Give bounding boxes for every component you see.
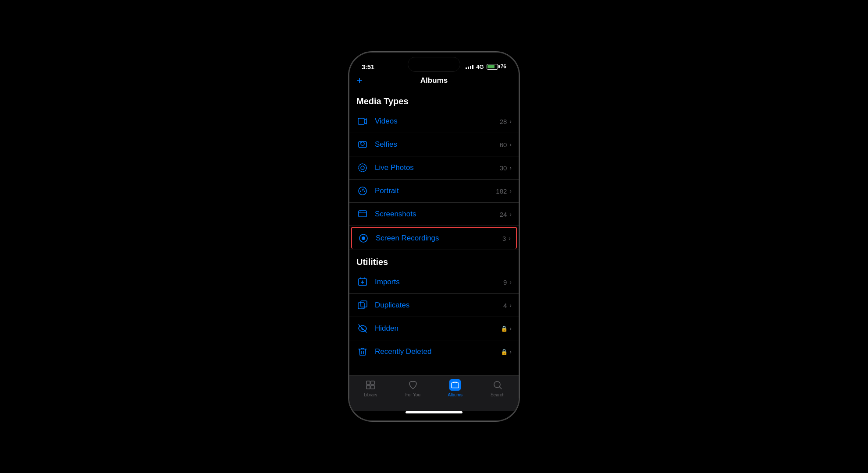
home-indicator xyxy=(406,411,462,413)
svg-rect-14 xyxy=(361,301,367,307)
tab-for-you[interactable]: For You xyxy=(400,379,426,397)
trash-icon xyxy=(356,346,369,358)
media-types-header: Media Types xyxy=(349,89,519,110)
signal-bar-1 xyxy=(466,67,467,69)
svg-point-10 xyxy=(362,236,365,240)
svg-rect-19 xyxy=(452,383,459,388)
videos-count: 28 xyxy=(500,118,507,125)
portrait-count: 182 xyxy=(496,187,507,195)
list-item-imports[interactable]: Imports 9 › xyxy=(349,271,519,294)
selfie-icon xyxy=(356,138,369,151)
svg-rect-15 xyxy=(366,381,370,385)
tab-library[interactable]: Library xyxy=(357,379,384,397)
videos-chevron: › xyxy=(509,118,512,125)
hidden-icon xyxy=(356,322,369,335)
albums-tab-label: Albums xyxy=(448,392,462,397)
svg-rect-17 xyxy=(366,385,370,389)
signal-bar-2 xyxy=(468,67,469,69)
screen-recordings-wrapper: Screen Recordings 3 › xyxy=(349,227,519,250)
battery-percent: 76 xyxy=(501,64,506,70)
recently-deleted-lock: 🔒 xyxy=(501,349,508,355)
screenshots-label: Screenshots xyxy=(375,210,500,219)
signal-bar-4 xyxy=(472,65,473,69)
battery-icon xyxy=(487,64,498,70)
svg-point-1 xyxy=(361,142,364,145)
recently-deleted-chevron: › xyxy=(509,348,512,355)
imports-count: 9 xyxy=(503,279,507,286)
status-bar: 3:51 4G 76 xyxy=(349,53,519,74)
library-tab-icon xyxy=(365,379,376,391)
screen-rec-icon xyxy=(357,232,370,244)
for-you-tab-label: For You xyxy=(406,392,420,397)
list-item-duplicates[interactable]: Duplicates 4 › xyxy=(349,294,519,317)
dynamic-island xyxy=(408,57,460,72)
recently-deleted-label: Recently Deleted xyxy=(375,347,501,356)
list-item-videos[interactable]: Videos 28 › xyxy=(349,110,519,133)
phone-device: 3:51 4G 76 + Albums M xyxy=(349,52,519,421)
nav-header: + Albums xyxy=(349,74,519,89)
svg-point-8 xyxy=(360,212,361,212)
search-tab-label: Search xyxy=(491,392,505,397)
list-item-selfies[interactable]: Selfies 60 › xyxy=(349,133,519,156)
add-button[interactable]: + xyxy=(356,75,363,86)
list-item-screenshots[interactable]: Screenshots 24 › xyxy=(349,203,519,226)
live-photos-chevron: › xyxy=(509,164,512,171)
video-icon xyxy=(356,115,369,127)
list-item-screen-recordings[interactable]: Screen Recordings 3 › xyxy=(351,227,517,249)
selfies-count: 60 xyxy=(500,141,507,148)
library-tab-label: Library xyxy=(364,392,377,397)
selfies-label: Selfies xyxy=(375,140,500,149)
screenshot-icon xyxy=(356,208,369,220)
svg-rect-0 xyxy=(358,118,364,124)
svg-point-5 xyxy=(359,164,366,172)
screenshots-count: 24 xyxy=(500,211,507,218)
page-title: Albums xyxy=(420,76,448,85)
network-type: 4G xyxy=(476,64,484,70)
svg-rect-2 xyxy=(359,141,366,148)
imports-chevron: › xyxy=(509,279,512,286)
battery-fill xyxy=(487,65,494,68)
albums-tab-icon xyxy=(449,379,461,391)
svg-line-21 xyxy=(499,387,501,389)
signal-bar-3 xyxy=(470,66,471,69)
duplicates-label: Duplicates xyxy=(375,301,503,310)
content-area: Media Types Videos 28 › Selfies 60 › xyxy=(349,89,519,375)
hidden-lock: 🔒 xyxy=(501,325,508,332)
status-right: 4G 76 xyxy=(466,64,506,70)
portrait-label: Portrait xyxy=(375,187,496,195)
list-item-hidden[interactable]: Hidden 🔒 › xyxy=(349,317,519,340)
screen-recordings-count: 3 xyxy=(502,235,506,242)
duplicate-icon xyxy=(356,299,369,311)
portrait-chevron: › xyxy=(509,187,512,194)
tab-albums[interactable]: Albums xyxy=(442,379,468,397)
signal-bars xyxy=(466,64,473,69)
portrait-icon xyxy=(356,185,369,197)
list-item-portrait[interactable]: Portrait 182 › xyxy=(349,180,519,203)
svg-rect-16 xyxy=(371,381,374,385)
videos-label: Videos xyxy=(375,117,500,126)
duplicates-chevron: › xyxy=(509,302,512,309)
live-photos-icon xyxy=(356,162,369,174)
for-you-tab-icon xyxy=(407,379,419,391)
hidden-chevron: › xyxy=(509,325,512,332)
svg-point-3 xyxy=(360,142,361,143)
svg-rect-18 xyxy=(371,385,374,389)
duplicates-count: 4 xyxy=(503,302,507,309)
svg-rect-7 xyxy=(359,211,366,217)
hidden-label: Hidden xyxy=(375,324,501,333)
screen-recordings-label: Screen Recordings xyxy=(376,234,502,243)
selfies-chevron: › xyxy=(509,141,512,148)
imports-label: Imports xyxy=(375,278,503,286)
arrow-annotation xyxy=(510,201,519,253)
tab-bar: Library For You Albums Search xyxy=(349,375,519,411)
import-icon xyxy=(356,276,369,288)
svg-point-20 xyxy=(494,381,500,388)
live-photos-count: 30 xyxy=(500,164,507,172)
list-item-live-photos[interactable]: Live Photos 30 › xyxy=(349,156,519,180)
tab-search[interactable]: Search xyxy=(484,379,511,397)
status-time: 3:51 xyxy=(362,63,374,71)
list-item-recently-deleted[interactable]: Recently Deleted 🔒 › xyxy=(349,340,519,363)
svg-rect-13 xyxy=(358,303,364,309)
phone-screen: 3:51 4G 76 + Albums M xyxy=(349,53,519,420)
search-tab-icon xyxy=(492,379,503,391)
